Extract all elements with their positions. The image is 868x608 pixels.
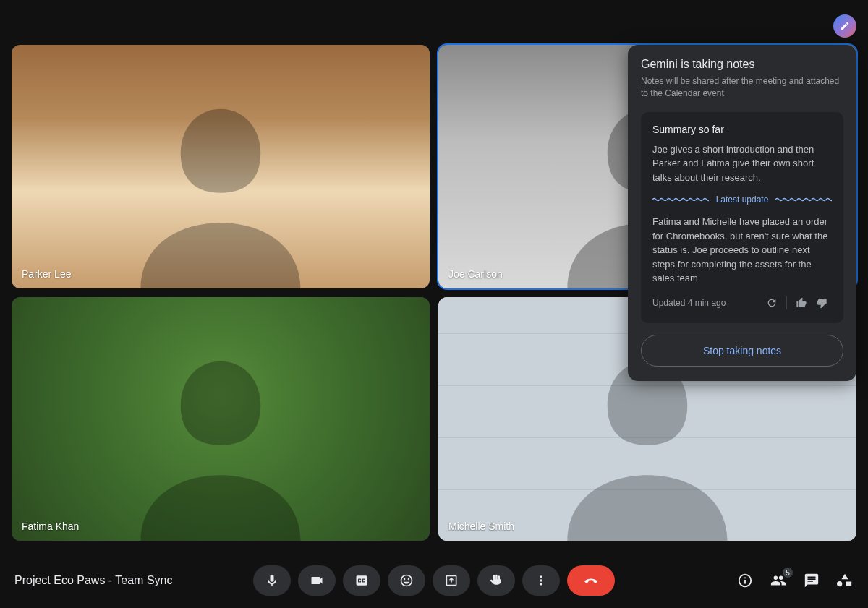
- info-icon: [737, 573, 753, 588]
- participant-name: Joe Carlson: [448, 268, 503, 280]
- chat-button[interactable]: [803, 572, 820, 589]
- summary-update: Fatima and Michelle have placed an order…: [652, 215, 832, 286]
- thumbs-up-icon: [796, 297, 807, 309]
- more-vertical-icon: [534, 573, 548, 588]
- stop-taking-notes-button[interactable]: Stop taking notes: [641, 335, 843, 367]
- pencil-spark-icon: [840, 21, 850, 31]
- camera-icon: [310, 573, 324, 588]
- raise-hand-button[interactable]: [477, 565, 515, 596]
- summary-heading: Summary so far: [652, 124, 832, 135]
- gemini-fab[interactable]: [833, 14, 856, 38]
- summary-box: Summary so far Joe gives a short introdu…: [641, 112, 843, 323]
- present-icon: [444, 573, 459, 588]
- latest-update-divider: Latest update: [652, 194, 832, 205]
- emoji-button[interactable]: [388, 565, 425, 596]
- present-button[interactable]: [433, 565, 470, 596]
- summary-intro: Joe gives a short introduction and then …: [652, 142, 832, 185]
- participant-name: Parker Lee: [22, 268, 71, 280]
- activities-button[interactable]: [836, 572, 854, 589]
- captions-button[interactable]: [343, 565, 380, 596]
- people-button[interactable]: 5: [770, 572, 787, 589]
- thumbs-up-button[interactable]: [791, 293, 812, 313]
- participant-count-badge: 5: [783, 568, 793, 578]
- person-silhouette: [75, 341, 367, 541]
- end-call-button[interactable]: [567, 565, 615, 596]
- person-silhouette: [75, 89, 367, 288]
- hand-icon: [489, 573, 503, 588]
- more-options-button[interactable]: [522, 565, 560, 596]
- camera-button[interactable]: [298, 565, 336, 596]
- stop-button-label: Stop taking notes: [703, 345, 781, 356]
- panel-title: Gemini is taking notes: [641, 58, 843, 71]
- right-controls: 5: [736, 572, 854, 589]
- refresh-icon: [766, 297, 778, 309]
- chat-icon: [804, 573, 820, 588]
- separator: [786, 296, 787, 309]
- participant-name: Michelle Smith: [448, 521, 514, 532]
- participant-tile[interactable]: Fatima Khan: [12, 297, 430, 541]
- thumbs-down-button[interactable]: [812, 293, 832, 313]
- mic-button[interactable]: [253, 565, 291, 596]
- participant-name: Fatima Khan: [22, 521, 79, 532]
- wavy-line-icon: [652, 197, 709, 202]
- shapes-icon: [837, 573, 853, 588]
- emoji-icon: [399, 573, 414, 588]
- wavy-line-icon: [775, 197, 832, 202]
- gemini-notes-panel: Gemini is taking notes Notes will be sha…: [628, 45, 856, 381]
- updated-timestamp: Updated 4 min ago: [652, 298, 726, 308]
- divider-label: Latest update: [716, 194, 769, 205]
- refresh-button[interactable]: [762, 293, 782, 313]
- mic-icon: [265, 573, 279, 588]
- thumbs-down-icon: [816, 297, 827, 309]
- summary-meta: Updated 4 min ago: [652, 293, 832, 313]
- bottom-bar: Project Eco Paws - Team Sync: [0, 553, 868, 608]
- call-controls: [253, 565, 615, 596]
- participant-tile[interactable]: Parker Lee: [12, 45, 430, 288]
- info-button[interactable]: [736, 572, 754, 589]
- meeting-title: Project Eco Paws - Team Sync: [14, 574, 172, 587]
- panel-subtitle: Notes will be shared after the meeting a…: [641, 75, 843, 100]
- end-call-icon: [584, 573, 598, 588]
- captions-icon: [354, 573, 369, 588]
